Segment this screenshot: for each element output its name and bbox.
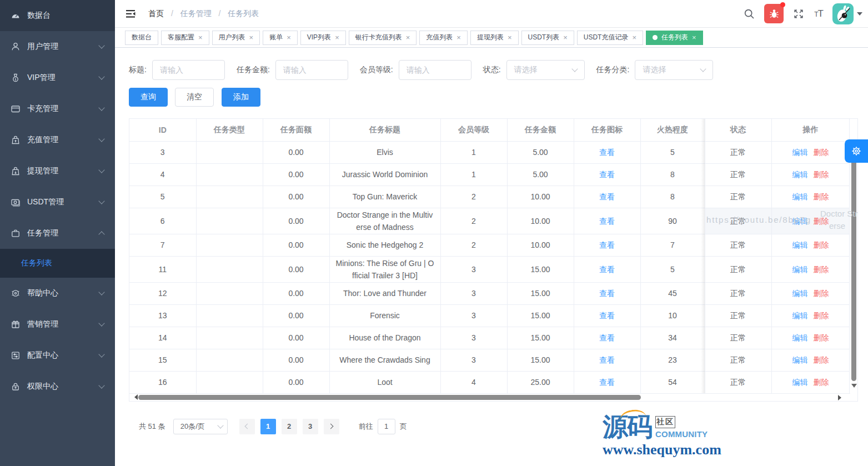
view-link[interactable]: 查看 [599,311,615,320]
breadcrumb-home[interactable]: 首页 [148,9,164,18]
delete-link[interactable]: 删除 [814,333,829,342]
delete-link[interactable]: 删除 [814,289,829,298]
delete-link[interactable]: 删除 [814,378,829,387]
edit-link[interactable]: 编辑 [792,217,808,226]
delete-link[interactable]: 删除 [814,192,829,201]
sidebar-item-card-recharge[interactable]: 卡充管理 [0,93,115,124]
view-link[interactable]: 查看 [599,170,615,179]
tab-user-list[interactable]: 用户列表× [212,31,260,45]
sidebar-item-users[interactable]: 用户管理 [0,31,115,62]
close-icon[interactable]: × [198,33,203,42]
delete-link[interactable]: 删除 [814,265,829,274]
close-icon[interactable]: × [456,33,461,42]
edit-link[interactable]: 编辑 [792,170,808,179]
prev-page-button[interactable] [239,419,255,434]
tab-recharge-list[interactable]: 充值列表× [419,31,468,45]
view-link[interactable]: 查看 [599,217,615,226]
dashboard-icon [11,11,21,21]
avatar[interactable] [832,3,854,24]
page-button-1[interactable]: 1 [260,419,276,434]
delete-link[interactable]: 删除 [814,170,829,179]
view-link[interactable]: 查看 [599,265,615,274]
sidebar-toggle-icon[interactable] [125,9,136,19]
edit-link[interactable]: 编辑 [792,148,808,157]
tab-vip-list[interactable]: VIP列表× [300,31,346,45]
sidebar-item-recharge[interactable]: 充值管理 [0,124,115,156]
filter-status-select[interactable]: 请选择 [506,60,585,80]
vertical-scrollbar-thumb[interactable] [851,141,856,381]
tab-bank-card-recharge-list[interactable]: 银行卡充值列表× [349,31,417,45]
fullscreen-icon[interactable] [793,8,804,19]
tab-withdraw-list[interactable]: 提现列表× [470,31,519,45]
edit-link[interactable]: 编辑 [792,192,808,201]
close-icon[interactable]: × [563,33,568,42]
edit-link[interactable]: 编辑 [792,355,808,364]
scroll-right-arrow[interactable] [838,395,844,400]
view-link[interactable]: 查看 [599,378,615,387]
page-button-2[interactable]: 2 [282,419,297,434]
breadcrumb-task-manage[interactable]: 任务管理 [180,9,212,18]
tab-task-list[interactable]: 任务列表× [646,31,703,45]
edit-link[interactable]: 编辑 [792,378,808,387]
scroll-down-arrow[interactable] [851,384,857,390]
edit-link[interactable]: 编辑 [792,240,808,249]
sidebar-item-dashboard[interactable]: 数据台 [0,0,115,31]
sidebar-item-config[interactable]: 配置中心 [0,340,115,371]
font-size-icon[interactable]: TT [814,8,823,19]
page-button-3[interactable]: 3 [303,419,318,434]
sidebar-item-tasks[interactable]: 任务管理 [0,218,115,249]
close-icon[interactable]: × [692,33,696,42]
close-icon[interactable]: × [406,33,410,42]
horizontal-scrollbar[interactable] [129,394,857,401]
delete-link[interactable]: 删除 [814,240,829,249]
delete-link[interactable]: 删除 [814,355,829,364]
bug-report-button[interactable] [764,4,784,23]
close-icon[interactable]: × [335,33,339,42]
tab-service-config[interactable]: 客服配置× [161,31,209,45]
sidebar-item-permissions[interactable]: 权限中心 [0,371,115,402]
settings-gear-button[interactable] [845,139,868,163]
user-icon [11,42,21,52]
tab-bills[interactable]: 账单× [263,31,298,45]
page-size-select[interactable]: 20条/页 [173,419,228,434]
view-link[interactable]: 查看 [599,289,615,298]
filter-amount-input[interactable] [275,60,348,80]
sidebar-item-usdt[interactable]: USDT管理 [0,187,115,218]
tab-usdt-recharge-records[interactable]: USDT充值记录× [577,31,643,45]
filter-category-select[interactable]: 请选择 [635,60,713,80]
sidebar-item-marketing[interactable]: 营销管理 [0,309,115,340]
jump-page-input[interactable] [378,419,395,434]
edit-link[interactable]: 编辑 [792,265,808,274]
tab-dashboard[interactable]: 数据台 [125,31,158,45]
delete-link[interactable]: 删除 [814,311,829,320]
sidebar-item-help[interactable]: 帮助中心 [0,278,115,309]
clear-button[interactable]: 清空 [175,88,214,107]
view-link[interactable]: 查看 [599,240,615,249]
add-button[interactable]: 添加 [222,88,260,107]
filter-level-input[interactable] [399,60,471,80]
filter-title-input[interactable] [152,60,225,80]
close-icon[interactable]: × [632,33,636,42]
delete-link[interactable]: 删除 [814,148,829,157]
view-link[interactable]: 查看 [599,192,615,201]
search-button[interactable]: 查询 [129,88,168,107]
next-page-button[interactable] [324,419,339,434]
view-link[interactable]: 查看 [599,333,615,342]
edit-link[interactable]: 编辑 [792,289,808,298]
view-link[interactable]: 查看 [599,148,615,157]
sidebar-subitem-task-list[interactable]: 任务列表 [0,249,115,278]
search-icon[interactable] [744,8,755,19]
sidebar-item-withdraw[interactable]: 提现管理 [0,156,115,187]
view-link[interactable]: 查看 [599,355,615,364]
delete-link[interactable]: 删除 [814,217,829,226]
sidebar-item-vip[interactable]: VIP管理 [0,62,115,93]
edit-link[interactable]: 编辑 [792,333,808,342]
chevron-down-icon[interactable] [857,12,862,18]
close-icon[interactable]: × [287,33,291,42]
tab-usdt-list[interactable]: USDT列表× [521,31,574,45]
scroll-left-arrow[interactable] [132,394,138,400]
close-icon[interactable]: × [508,33,512,42]
horizontal-scrollbar-thumb[interactable] [138,395,641,400]
edit-link[interactable]: 编辑 [792,311,808,320]
close-icon[interactable]: × [249,33,254,42]
